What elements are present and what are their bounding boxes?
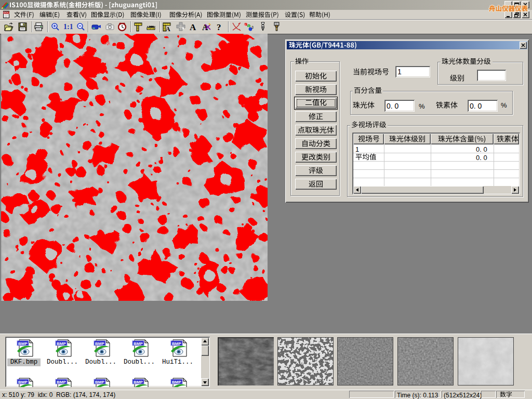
svg-text:3: 3: [251, 25, 254, 29]
svg-text:BMP: BMP: [18, 380, 28, 384]
svg-text:A: A: [166, 25, 170, 32]
svg-text:BMP: BMP: [134, 380, 143, 384]
svg-text:?: ?: [217, 22, 221, 32]
svg-text:BMP: BMP: [95, 380, 104, 384]
svg-text:BMP: BMP: [57, 380, 66, 384]
svg-text:1:1: 1:1: [63, 23, 73, 31]
svg-text:BMP: BMP: [57, 341, 66, 346]
svg-text:DOC: DOC: [4, 11, 9, 14]
svg-text:A: A: [190, 22, 196, 32]
svg-text:BMP: BMP: [95, 341, 104, 346]
svg-text:BMP: BMP: [172, 341, 181, 346]
svg-text:BMP: BMP: [134, 341, 143, 346]
svg-text:BMP: BMP: [18, 341, 28, 346]
svg-text:BMP: BMP: [172, 380, 181, 384]
